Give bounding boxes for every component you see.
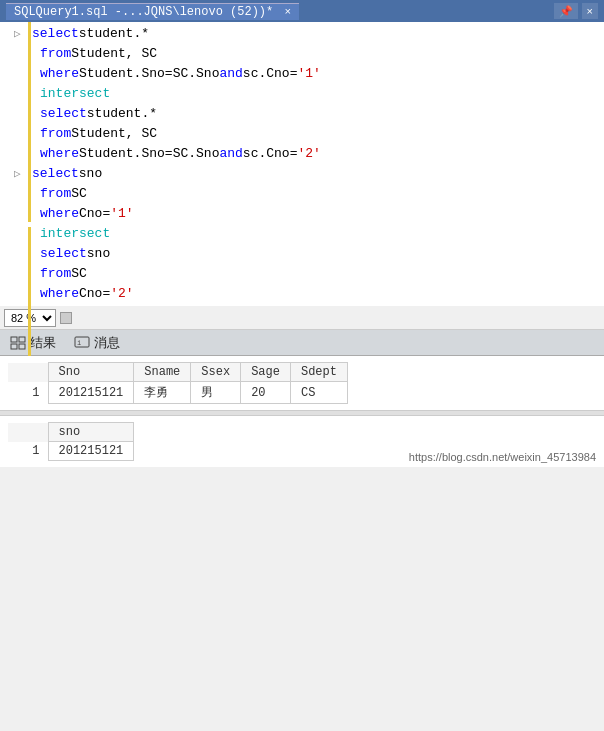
table-cell: CS	[290, 382, 347, 404]
title-icons: 📌 ×	[554, 3, 598, 19]
zoom-bar: 82 %	[0, 306, 604, 330]
code-token: from	[40, 184, 71, 204]
code-token: select	[40, 244, 87, 264]
watermark: https://blog.csdn.net/weixin_45713984	[409, 451, 596, 463]
editor-line: intersect	[32, 84, 596, 104]
editor-content[interactable]: ▷select student.*from Student, SCwhere S…	[0, 22, 604, 306]
svg-rect-2	[11, 344, 17, 349]
code-token: from	[40, 264, 71, 284]
code-token: Student, SC	[71, 44, 157, 64]
code-token: '1'	[297, 64, 320, 84]
collapse-marker[interactable]: ▷	[14, 24, 21, 44]
column-header: Ssex	[191, 363, 241, 382]
editor-tab[interactable]: SQLQuery1.sql -...JQNS\lenovo (52))* ×	[6, 3, 299, 20]
row-number: 1	[8, 382, 48, 404]
column-header: Sno	[48, 363, 134, 382]
editor-line: where Cno='1'	[32, 204, 596, 224]
editor-area: ▷select student.*from Student, SCwhere S…	[0, 22, 604, 306]
code-token: student.	[79, 24, 141, 44]
editor-line: ▷select sno	[32, 164, 596, 184]
result-table-1: SnoSnameSsexSageSdept1201215121李勇男20CS	[8, 362, 348, 404]
code-token: from	[40, 124, 71, 144]
close-window-button[interactable]: ×	[582, 3, 598, 19]
editor-line: intersect	[32, 224, 596, 244]
scroll-indicator[interactable]	[60, 312, 72, 324]
tab-messages-label: 消息	[94, 334, 120, 352]
code-token: '2'	[110, 284, 133, 304]
code-token: *	[141, 24, 149, 44]
tab-strip: 结果 i 消息	[0, 330, 604, 356]
code-token: and	[219, 144, 242, 164]
code-token: student.	[87, 104, 149, 124]
editor-line: where Cno='2'	[32, 284, 596, 304]
code-token: sno	[87, 244, 110, 264]
code-token: and	[219, 64, 242, 84]
editor-line: from SC	[32, 184, 596, 204]
code-token: where	[40, 284, 79, 304]
table-cell: 男	[191, 382, 241, 404]
column-header: sno	[48, 423, 134, 442]
tab-messages[interactable]: i 消息	[68, 334, 126, 352]
code-token: select	[32, 24, 79, 44]
table-row: 1201215121李勇男20CS	[8, 382, 347, 404]
tab-results-label: 结果	[30, 334, 56, 352]
message-icon: i	[74, 336, 90, 350]
code-token: '2'	[297, 144, 320, 164]
row-num-header	[8, 363, 48, 382]
row-number: 1	[8, 442, 48, 461]
column-header: Sage	[241, 363, 291, 382]
code-token: Student.Sno=SC.Sno	[79, 64, 219, 84]
svg-rect-1	[19, 337, 25, 342]
result-table-2: sno1201215121	[8, 422, 134, 461]
table-row: 1201215121	[8, 442, 134, 461]
result-set-1: SnoSnameSsexSageSdept1201215121李勇男20CS	[0, 356, 604, 410]
svg-rect-0	[11, 337, 17, 342]
tab-label: SQLQuery1.sql -...JQNS\lenovo (52))*	[14, 5, 273, 19]
tab-results[interactable]: 结果	[4, 334, 62, 352]
column-header: Sdept	[290, 363, 347, 382]
pin-button[interactable]: 📌	[554, 3, 578, 19]
code-token: select	[40, 104, 87, 124]
editor-line: from SC	[32, 264, 596, 284]
table-cell: 201215121	[48, 382, 134, 404]
editor-line: where Student.Sno=SC.Sno and sc.Cno='2'	[32, 144, 596, 164]
code-token: select	[32, 164, 79, 184]
tab-close-icon[interactable]: ×	[284, 6, 291, 18]
code-token: Cno=	[79, 204, 110, 224]
editor-line: select student.*	[32, 104, 596, 124]
editor-line: select sno	[32, 244, 596, 264]
column-header: Sname	[134, 363, 191, 382]
code-token: sno	[79, 164, 102, 184]
title-bar: SQLQuery1.sql -...JQNS\lenovo (52))* × 📌…	[0, 0, 604, 22]
code-token: SC	[71, 264, 87, 284]
row-num-header	[8, 423, 48, 442]
table-cell: 201215121	[48, 442, 134, 461]
code-token: '1'	[110, 204, 133, 224]
code-token: sc.Cno=	[243, 144, 298, 164]
grid-icon	[10, 336, 26, 350]
title-bar-left: SQLQuery1.sql -...JQNS\lenovo (52))* ×	[6, 3, 299, 20]
code-token: where	[40, 64, 79, 84]
code-token: SC	[71, 184, 87, 204]
code-token: where	[40, 144, 79, 164]
editor-line: from Student, SC	[32, 44, 596, 64]
svg-text:i: i	[77, 339, 81, 347]
code-token: Cno=	[79, 284, 110, 304]
editor-line: from Student, SC	[32, 124, 596, 144]
code-token: Student, SC	[71, 124, 157, 144]
code-token: *	[149, 104, 157, 124]
code-token: intersect	[40, 224, 110, 244]
svg-rect-3	[19, 344, 25, 349]
table-cell: 李勇	[134, 382, 191, 404]
editor-line: where Student.Sno=SC.Sno and sc.Cno='1'	[32, 64, 596, 84]
table-cell: 20	[241, 382, 291, 404]
code-token: from	[40, 44, 71, 64]
code-token: intersect	[40, 84, 110, 104]
code-token: Student.Sno=SC.Sno	[79, 144, 219, 164]
code-token: where	[40, 204, 79, 224]
results-area: SnoSnameSsexSageSdept1201215121李勇男20CS s…	[0, 356, 604, 467]
editor-line: ▷select student.*	[32, 24, 596, 44]
collapse-marker[interactable]: ▷	[14, 164, 21, 184]
code-token: sc.Cno=	[243, 64, 298, 84]
